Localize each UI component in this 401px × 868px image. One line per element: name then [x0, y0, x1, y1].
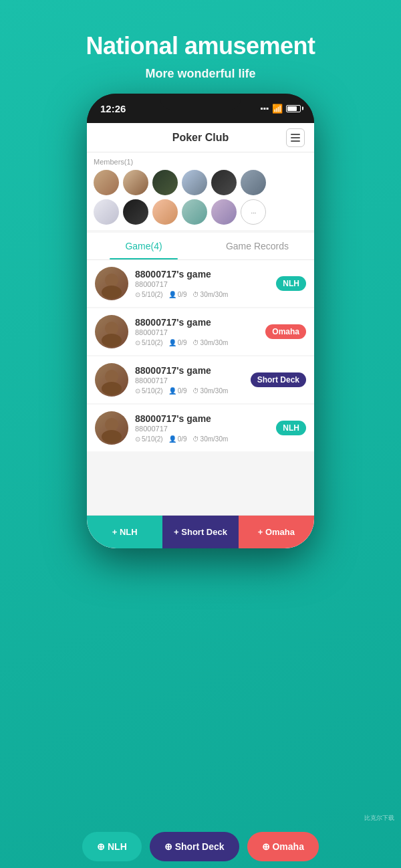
game-item-3[interactable]: 88000717's game 88000717 ⊙ 5/10(2) 👤 0/9… [87, 356, 314, 403]
members-row-2: ··· [94, 199, 307, 225]
member-avatar-8[interactable] [123, 199, 148, 225]
game-chips-3: ⊙ 5/10(2) [135, 387, 163, 395]
game-time-2: ⏱ 30m/30m [192, 339, 229, 346]
add-shortdeck-label: + Short Deck [174, 527, 227, 537]
game-time-1: ⏱ 30m/30m [192, 291, 229, 298]
game-chips-1: ⊙ 5/10(2) [135, 291, 163, 298]
member-avatar-1[interactable] [94, 170, 119, 195]
chip-icon: ⊙ [135, 291, 140, 298]
tab-game[interactable]: Game(4) [87, 233, 200, 259]
menu-button[interactable] [286, 128, 305, 147]
game-item-4[interactable]: 88000717's game 88000717 ⊙ 5/10(2) 👤 0/9… [87, 405, 314, 451]
page-shortdeck-button[interactable]: ⊕ Short Deck [150, 832, 239, 861]
svg-rect-14 [95, 411, 128, 445]
members-row-1 [94, 170, 307, 195]
game-avatar-2 [95, 315, 128, 348]
time-icon-3: ⏱ [192, 387, 199, 395]
subtitle: More wonderful life [0, 67, 401, 81]
game-stats-1: ⊙ 5/10(2) 👤 0/9 ⏱ 30m/30m [135, 291, 269, 298]
game-badge-1: NLH [276, 276, 306, 291]
add-shortdeck-button[interactable]: + Short Deck [162, 516, 238, 548]
game-avatar-1 [95, 267, 128, 300]
game-badge-4: NLH [276, 421, 306, 435]
add-nlh-label: + NLH [112, 527, 138, 537]
game-id-4: 88000717 [135, 425, 269, 433]
member-avatar-2[interactable] [123, 170, 148, 195]
page-omaha-label: ⊕ Omaha [262, 841, 304, 852]
page-nlh-label: ⊕ NLH [97, 841, 127, 852]
wifi-icon: 📶 [272, 104, 283, 114]
game-stats-4: ⊙ 5/10(2) 👤 0/9 ⏱ 30m/30m [135, 435, 269, 443]
chip-icon-2: ⊙ [135, 339, 140, 346]
chip-icon-3: ⊙ [135, 387, 140, 395]
signal-icon: ▪▪▪ [260, 104, 269, 113]
notch [160, 94, 241, 110]
app-title: Poker Club [172, 132, 229, 144]
game-name-4: 88000717's game [135, 413, 269, 424]
svg-rect-2 [291, 140, 300, 142]
phone-frame: 12:26 ▪▪▪ 📶 Poker Club Members(1) [87, 94, 314, 548]
player-icon-4: 👤 [168, 435, 176, 443]
game-name-2: 88000717's game [135, 317, 259, 328]
svg-rect-5 [95, 267, 128, 300]
members-label: Members(1) [94, 158, 307, 166]
member-avatar-10[interactable] [182, 199, 207, 225]
game-item-2[interactable]: 88000717's game 88000717 ⊙ 5/10(2) 👤 0/9… [87, 308, 314, 355]
page-bottom-buttons: ⊕ NLH ⊕ Short Deck ⊕ Omaha [0, 825, 401, 868]
game-id-3: 88000717 [135, 376, 244, 385]
member-avatar-9[interactable] [152, 199, 178, 225]
bottom-buttons: + NLH + Short Deck + Omaha [87, 515, 314, 548]
app-header: Poker Club [87, 123, 314, 152]
add-omaha-label: + Omaha [258, 527, 295, 537]
game-id-2: 88000717 [135, 328, 259, 336]
game-players-2: 👤 0/9 [168, 339, 187, 346]
player-icon-2: 👤 [168, 339, 176, 346]
game-chips-4: ⊙ 5/10(2) [135, 435, 163, 443]
page-shortdeck-label: ⊕ Short Deck [164, 841, 225, 852]
member-avatar-11[interactable] [211, 199, 237, 225]
member-avatar-4[interactable] [182, 170, 207, 195]
svg-rect-11 [95, 363, 128, 397]
game-badge-3: Short Deck [251, 372, 306, 387]
game-players-3: 👤 0/9 [168, 387, 187, 395]
game-time-3: ⏱ 30m/30m [192, 387, 229, 395]
tabs: Game(4) Game Records [87, 233, 314, 260]
game-info-4: 88000717's game 88000717 ⊙ 5/10(2) 👤 0/9… [135, 413, 269, 443]
page-omaha-button[interactable]: ⊕ Omaha [247, 832, 319, 861]
game-info-2: 88000717's game 88000717 ⊙ 5/10(2) 👤 0/9… [135, 317, 259, 346]
game-name-3: 88000717's game [135, 365, 244, 376]
game-avatar-3 [95, 363, 128, 397]
status-icons: ▪▪▪ 📶 [260, 104, 301, 114]
game-stats-3: ⊙ 5/10(2) 👤 0/9 ⏱ 30m/30m [135, 387, 244, 395]
member-avatar-7[interactable] [94, 199, 119, 225]
member-avatar-6[interactable] [241, 170, 266, 195]
game-time-4: ⏱ 30m/30m [192, 435, 229, 443]
battery-icon [286, 105, 301, 112]
tab-game-records[interactable]: Game Records [200, 233, 314, 259]
watermark: 比克尔下载 [364, 814, 394, 823]
svg-rect-1 [291, 137, 300, 138]
game-avatar-4 [95, 411, 128, 445]
page-nlh-button[interactable]: ⊕ NLH [82, 832, 142, 861]
chip-icon-4: ⊙ [135, 435, 140, 443]
headline: National amusement [0, 32, 401, 60]
game-id-1: 88000717 [135, 280, 269, 288]
game-stats-2: ⊙ 5/10(2) 👤 0/9 ⏱ 30m/30m [135, 339, 259, 346]
members-more-button[interactable]: ··· [241, 199, 266, 225]
player-icon-3: 👤 [168, 387, 176, 395]
game-info-1: 88000717's game 88000717 ⊙ 5/10(2) 👤 0/9… [135, 269, 269, 298]
time-icon: ⏱ [192, 291, 199, 298]
time-icon-2: ⏱ [192, 339, 199, 346]
player-icon: 👤 [168, 291, 176, 298]
svg-rect-8 [95, 315, 128, 348]
member-avatar-5[interactable] [211, 170, 237, 195]
phone-screen: Poker Club Members(1) [87, 123, 314, 548]
game-item-1[interactable]: 88000717's game 88000717 ⊙ 5/10(2) 👤 0/9… [87, 260, 314, 307]
game-name-1: 88000717's game [135, 269, 269, 280]
game-list: 88000717's game 88000717 ⊙ 5/10(2) 👤 0/9… [87, 260, 314, 515]
member-avatar-3[interactable] [152, 170, 178, 195]
game-players-4: 👤 0/9 [168, 435, 187, 443]
time-icon-4: ⏱ [192, 435, 199, 443]
game-chips-2: ⊙ 5/10(2) [135, 339, 163, 346]
game-players-1: 👤 0/9 [168, 291, 187, 298]
